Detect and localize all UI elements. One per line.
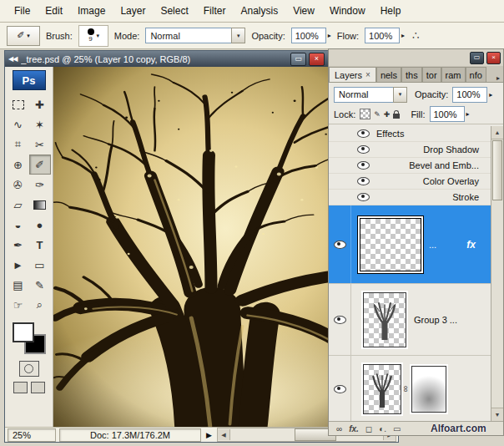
magic-wand-tool[interactable]: ✶ <box>29 114 51 134</box>
marquee-tool[interactable] <box>8 94 29 114</box>
zoom-field[interactable]: 25% <box>8 428 56 442</box>
lock-all-icon[interactable] <box>393 114 400 119</box>
visibility-eye-icon[interactable] <box>357 129 370 138</box>
chevron-down-icon[interactable]: ▾ <box>231 28 245 43</box>
screen-mode-full-button[interactable] <box>31 382 45 393</box>
effect-row-stroke[interactable]: Stroke <box>329 190 491 205</box>
path-selection-tool[interactable]: ► <box>8 255 29 275</box>
type-tool[interactable]: T <box>29 235 51 255</box>
dock-arrows-icon[interactable]: ◀◀ <box>8 55 17 63</box>
layer-thumbnail[interactable] <box>360 218 421 271</box>
panel-collapse-button[interactable]: ▭ <box>470 52 484 64</box>
panel-close-button[interactable]: × <box>486 52 501 64</box>
effect-row-drop-shadow[interactable]: Drop Shadow <box>329 142 491 158</box>
dodge-tool[interactable]: ● <box>29 215 51 235</box>
tool-preset-picker[interactable]: ✐ ▾ <box>7 26 40 46</box>
lasso-tool[interactable]: ∿ <box>8 114 29 134</box>
brush-tool[interactable]: ✐ <box>29 155 51 175</box>
eraser-tool[interactable]: ▱ <box>8 195 29 215</box>
shape-tool[interactable]: ▭ <box>29 255 51 275</box>
menu-view[interactable]: View <box>285 2 322 20</box>
layer-mask-thumbnail[interactable] <box>411 366 446 413</box>
menu-select[interactable]: Select <box>153 2 195 20</box>
gradient-tool[interactable] <box>29 195 51 215</box>
scroll-thumb[interactable] <box>492 140 502 200</box>
visibility-eye-icon[interactable] <box>334 385 346 393</box>
tab-histogram[interactable]: ram <box>441 67 466 82</box>
menu-help[interactable]: Help <box>373 2 409 20</box>
add-mask-icon[interactable]: ◻ <box>365 424 372 433</box>
slider-arrow-icon[interactable]: ▸ <box>466 110 470 118</box>
lock-position-icon[interactable]: ✚ <box>384 110 391 119</box>
opacity-field[interactable]: 100% ▸ <box>291 28 331 43</box>
panel-scrollbar[interactable]: ▲ ▼ <box>491 126 503 421</box>
menu-window[interactable]: Window <box>322 2 373 20</box>
visibility-eye-icon[interactable] <box>357 161 370 170</box>
visibility-eye-icon[interactable] <box>357 177 370 185</box>
adjustment-layer-icon[interactable]: ◐. <box>379 424 386 433</box>
layer-row-group3[interactable]: Group 3 ... <box>329 284 491 356</box>
close-button[interactable]: × <box>309 53 325 66</box>
visibility-eye-icon[interactable] <box>357 193 370 201</box>
foreground-color-swatch[interactable] <box>13 322 34 342</box>
zoom-tool[interactable]: ⌕ <box>29 295 51 315</box>
menu-edit[interactable]: Edit <box>38 2 70 20</box>
fill-field[interactable]: 100% ▸ <box>430 106 470 122</box>
slider-arrow-icon[interactable]: ▸ <box>328 32 331 39</box>
menu-filter[interactable]: Filter <box>196 2 234 20</box>
tab-info[interactable]: nfo <box>466 67 486 82</box>
tab-history[interactable]: tor <box>422 67 441 82</box>
layer-row-selected[interactable]: ... fx <box>329 205 491 284</box>
blur-tool[interactable]: ◒ <box>8 215 29 235</box>
visibility-eye-icon[interactable] <box>334 316 346 324</box>
lock-transparency-icon[interactable] <box>360 109 370 119</box>
menu-file[interactable]: File <box>7 2 38 20</box>
slider-arrow-icon[interactable]: ▸ <box>489 91 492 99</box>
layer-name[interactable]: ... <box>429 240 436 250</box>
airbrush-icon[interactable]: ∴ <box>412 29 419 42</box>
status-menu-arrow-icon[interactable]: ▶ <box>206 431 212 439</box>
scroll-left-icon[interactable]: ◀ <box>218 429 230 440</box>
menu-analysis[interactable]: Analysis <box>233 2 285 20</box>
panel-menu-icon[interactable]: ▸ <box>496 74 500 82</box>
link-layers-icon[interactable]: ∞ <box>336 424 342 433</box>
history-brush-tool[interactable]: ✑ <box>29 175 51 195</box>
minimize-button[interactable]: ▭ <box>290 53 306 66</box>
tab-channels[interactable]: nels <box>376 67 401 82</box>
menu-image[interactable]: Image <box>70 2 113 20</box>
pen-tool[interactable]: ✒ <box>8 235 29 255</box>
effect-row-bevel-emboss[interactable]: Bevel and Emb... <box>329 158 491 174</box>
layer-name[interactable]: Group 3 ... <box>414 315 457 325</box>
panel-opacity-field[interactable]: 100% ▸ <box>452 87 492 103</box>
screen-mode-standard-button[interactable] <box>13 382 28 393</box>
visibility-eye-icon[interactable] <box>334 241 346 249</box>
layer-row-masked[interactable]: ∞ <box>329 356 491 421</box>
mask-link-icon[interactable]: ∞ <box>401 386 411 393</box>
visibility-eye-icon[interactable] <box>357 145 370 154</box>
slice-tool[interactable]: ✂ <box>29 134 51 155</box>
lock-pixels-icon[interactable]: ✎ <box>374 110 381 119</box>
effect-row-color-overlay[interactable]: Color Overlay <box>329 174 491 190</box>
brush-preset-picker[interactable]: 9 ▾ <box>78 25 108 47</box>
chevron-down-icon[interactable]: ▾ <box>393 87 407 103</box>
mode-select[interactable]: Normal ▾ <box>145 28 245 43</box>
crop-tool[interactable]: ⌗ <box>8 134 29 155</box>
hand-tool[interactable]: ☞ <box>8 295 29 315</box>
menu-layer[interactable]: Layer <box>113 2 153 20</box>
tab-layers[interactable]: Layers × <box>329 67 376 82</box>
new-group-icon[interactable]: ▭ <box>393 424 401 433</box>
layer-style-icon[interactable]: fx. <box>349 424 359 433</box>
healing-brush-tool[interactable]: ⊕ <box>8 155 29 175</box>
flow-field[interactable]: 100% ▸ <box>365 28 405 43</box>
scroll-up-icon[interactable]: ▲ <box>491 126 503 139</box>
clone-stamp-tool[interactable]: ✇ <box>8 175 29 195</box>
blend-mode-select[interactable]: Normal ▾ <box>334 87 407 103</box>
tab-paths[interactable]: ths <box>401 67 422 82</box>
scroll-down-icon[interactable]: ▼ <box>491 408 503 421</box>
move-tool[interactable]: ✚ <box>29 94 51 114</box>
tab-close-icon[interactable]: × <box>365 70 370 79</box>
layer-fx-badge[interactable]: fx <box>466 239 476 251</box>
effects-header-row[interactable]: Effects <box>329 126 491 142</box>
eyedropper-tool[interactable]: ✎ <box>29 275 51 295</box>
quick-mask-button[interactable] <box>19 361 39 377</box>
